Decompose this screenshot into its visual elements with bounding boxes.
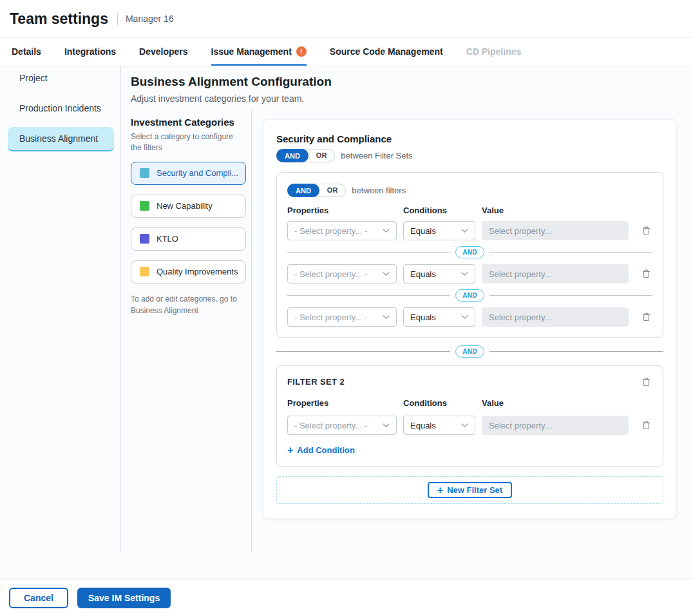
tab-cd-pipelines: CD Pipelines	[466, 38, 522, 66]
properties-column-header: Properties	[287, 206, 397, 215]
alert-badge-icon: !	[296, 46, 307, 57]
selected-category-title: Security and Compliance	[276, 133, 663, 144]
value-input[interactable]	[482, 221, 629, 240]
chevron-down-icon	[383, 272, 390, 276]
section-title: Business Alignment Configuration	[131, 75, 693, 89]
filter-row: - Select property... - Equals	[287, 416, 652, 435]
categories-footnote: To add or edit categories, go to Busines…	[131, 293, 240, 316]
section-subtitle: Adjust investment categories for your te…	[131, 93, 693, 104]
chevron-down-icon	[383, 229, 390, 233]
and-connector-pill: AND	[455, 246, 484, 258]
filter-set-2-title: FILTER SET 2	[287, 377, 345, 387]
trash-icon	[641, 420, 651, 430]
or-option[interactable]: OR	[319, 184, 346, 197]
filter-row: - Select property... - Equals	[287, 264, 652, 284]
delete-filter-button[interactable]	[640, 224, 652, 237]
chevron-down-icon	[461, 315, 468, 320]
category-list: Security and Compli... New Capability KT…	[131, 162, 251, 284]
investment-categories-panel: Investment Categories Select a category …	[131, 113, 251, 519]
category-security-and-compliance[interactable]: Security and Compli...	[131, 162, 246, 185]
filter-row: - Select property... - Equals	[287, 307, 652, 327]
value-input[interactable]	[482, 416, 629, 435]
or-option[interactable]: OR	[309, 149, 335, 162]
categories-description: Select a category to configure the filte…	[131, 131, 239, 154]
filter-set-connector: AND	[276, 345, 663, 358]
team-context-label: Manager 16	[126, 14, 174, 24]
value-column-header: Value	[482, 398, 629, 408]
and-connector-pill: AND	[455, 289, 484, 302]
chevron-down-icon	[461, 272, 468, 276]
sidebar-item-business-alignment[interactable]: Business Alignment	[8, 127, 114, 151]
filter-config-card: Security and Compliance AND OR between F…	[263, 119, 677, 519]
save-im-settings-button[interactable]: Save IM Settings	[77, 588, 171, 608]
plus-icon: +	[437, 486, 443, 495]
add-condition-button[interactable]: + Add Condition	[287, 445, 355, 455]
delete-filter-button[interactable]	[640, 311, 652, 323]
filter-connector: AND	[287, 289, 652, 302]
condition-select[interactable]: Equals	[403, 221, 475, 240]
new-filter-set-zone: + New Filter Set	[276, 476, 663, 504]
plus-icon: +	[287, 446, 293, 454]
trash-icon	[641, 377, 651, 387]
filter-config-column: Security and Compliance AND OR between F…	[263, 113, 677, 519]
categories-heading: Investment Categories	[131, 117, 251, 128]
and-or-toggle-filters[interactable]: AND OR	[287, 184, 346, 197]
category-quality-improvements[interactable]: Quality Improvements	[131, 260, 246, 284]
trash-icon	[641, 226, 651, 236]
sidebar-item-production-incidents[interactable]: Production Incidents	[0, 97, 114, 120]
delete-filter-button[interactable]	[640, 267, 652, 280]
condition-select[interactable]: Equals	[403, 307, 475, 327]
and-connector-pill: AND	[455, 345, 484, 358]
property-select[interactable]: - Select property... -	[287, 221, 397, 240]
business-alignment-section: Business Alignment Configuration Adjust …	[131, 66, 693, 519]
chevron-down-icon	[383, 423, 390, 428]
and-option[interactable]: AND	[276, 149, 309, 162]
settings-tabs: Details Integrations Developers Issue Ma…	[0, 37, 693, 66]
trash-icon	[641, 312, 651, 322]
app-header: Team settings Manager 16	[0, 0, 693, 37]
value-input[interactable]	[482, 307, 629, 327]
chevron-down-icon	[383, 315, 390, 320]
chevron-down-icon	[461, 229, 468, 233]
delete-filter-button[interactable]	[640, 419, 652, 432]
category-color-swatch	[140, 234, 149, 244]
trash-icon	[641, 269, 651, 279]
cancel-button[interactable]: Cancel	[9, 588, 68, 608]
conditions-column-header: Conditions	[403, 206, 475, 215]
content-area: Project Production Incidents Business Al…	[0, 66, 693, 579]
property-select[interactable]: - Select property... -	[287, 307, 397, 327]
delete-filter-set-button[interactable]	[640, 376, 652, 389]
filter-row: - Select property... - Equals	[287, 221, 652, 240]
and-or-toggle-filter-sets[interactable]: AND OR	[276, 149, 335, 162]
properties-column-header: Properties	[287, 398, 397, 408]
category-color-swatch	[140, 168, 149, 178]
category-color-swatch	[140, 201, 149, 211]
category-new-capability[interactable]: New Capability	[131, 195, 246, 218]
tab-developers[interactable]: Developers	[139, 38, 187, 66]
filter-set-2: FILTER SET 2 Properties Conditions Value	[276, 365, 663, 467]
property-select[interactable]: - Select property... -	[287, 264, 397, 284]
new-filter-set-button[interactable]: + New Filter Set	[428, 482, 512, 498]
value-column-header: Value	[482, 206, 629, 215]
tab-integrations[interactable]: Integrations	[64, 38, 116, 66]
page-title: Team settings	[10, 10, 108, 28]
and-option[interactable]: AND	[287, 184, 319, 197]
condition-select[interactable]: Equals	[403, 416, 475, 435]
category-ktlo[interactable]: KTLO	[131, 227, 246, 251]
sidebar-item-project[interactable]: Project	[0, 66, 114, 90]
condition-select[interactable]: Equals	[403, 264, 475, 284]
filter-connector: AND	[287, 246, 652, 258]
filter-set-1: AND OR between filters Properties Condit…	[276, 172, 663, 338]
tab-issue-management[interactable]: Issue Management !	[211, 38, 307, 66]
action-footer: Cancel Save IM Settings	[0, 579, 693, 616]
settings-sidebar: Project Production Incidents Business Al…	[0, 66, 120, 159]
value-input[interactable]	[482, 264, 629, 284]
sidebar-divider	[120, 66, 121, 552]
chevron-down-icon	[461, 423, 468, 428]
tab-details[interactable]: Details	[12, 38, 41, 66]
property-select[interactable]: - Select property... -	[287, 416, 397, 435]
category-color-swatch	[140, 267, 149, 276]
title-divider	[117, 13, 118, 25]
tab-source-code-management[interactable]: Source Code Management	[330, 38, 443, 66]
between-filters-label: between filters	[352, 186, 406, 195]
